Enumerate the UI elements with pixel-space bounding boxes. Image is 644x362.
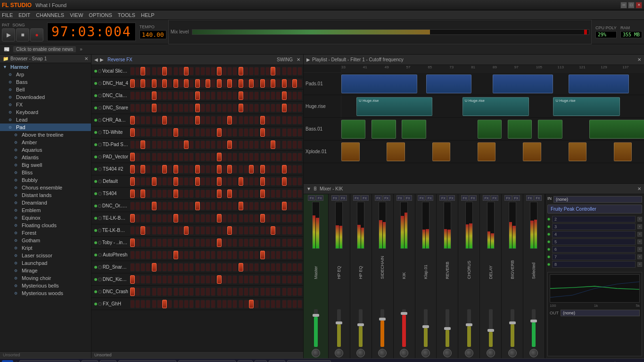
playlist-block[interactable] — [508, 120, 532, 139]
seq-step[interactable] — [222, 263, 227, 272]
taskbar-item[interactable]: 🔴 — [82, 360, 98, 362]
taskbar-item[interactable]: ♠ — [255, 360, 266, 362]
seq-step[interactable] — [184, 128, 189, 137]
seq-step[interactable] — [157, 140, 162, 149]
slot-remove-btn[interactable]: ✕ — [637, 232, 642, 237]
seq-step[interactable] — [227, 202, 232, 210]
seq-step[interactable] — [282, 202, 287, 210]
seq-step[interactable] — [211, 165, 215, 173]
seq-step[interactable] — [152, 300, 157, 308]
mixer-close-btn[interactable]: ✕ — [637, 186, 641, 191]
seq-step[interactable] — [189, 202, 194, 210]
seq-step[interactable] — [292, 189, 297, 198]
seq-step[interactable] — [249, 189, 254, 198]
seq-step[interactable] — [167, 239, 172, 247]
seq-step[interactable] — [260, 189, 265, 198]
playlist-block[interactable] — [402, 120, 426, 139]
seq-step[interactable] — [271, 104, 275, 112]
seq-step[interactable] — [260, 79, 265, 88]
seq-step[interactable] — [232, 226, 237, 235]
pan-knob[interactable] — [529, 349, 538, 357]
seq-step[interactable] — [173, 165, 178, 173]
seq-step[interactable] — [271, 288, 275, 296]
seq-step[interactable] — [271, 79, 275, 88]
seq-step[interactable] — [265, 91, 270, 100]
seq-step[interactable] — [292, 288, 297, 296]
playlist-block[interactable] — [478, 142, 496, 161]
mixer-plugin-slot[interactable]: Fruity Peak Controller — [547, 205, 642, 214]
seq-step[interactable] — [200, 165, 205, 173]
seq-step[interactable] — [249, 177, 254, 186]
menu-item-view[interactable]: VIEW — [70, 12, 83, 18]
seq-step[interactable] — [211, 67, 215, 75]
browser-item-bliss[interactable]: ⚙Bliss — [0, 169, 91, 176]
seq-step[interactable] — [206, 140, 210, 149]
seq-step[interactable] — [292, 140, 297, 149]
seq-step[interactable] — [167, 79, 172, 88]
insert-slot-label[interactable]: 2 — [552, 216, 636, 222]
record-button[interactable]: ● — [30, 28, 43, 41]
seq-step[interactable] — [146, 288, 150, 296]
seq-step[interactable] — [167, 275, 172, 284]
browser-item-chorus-ensemble[interactable]: ⚙Chorus ensemble — [0, 184, 91, 191]
seq-step[interactable] — [152, 79, 157, 88]
insert-slot-label[interactable]: 4 — [552, 231, 636, 238]
mixer-channel[interactable]: FXFXKlap.01 — [415, 194, 437, 358]
seq-step[interactable] — [152, 91, 157, 100]
seq-step[interactable] — [206, 263, 210, 272]
seq-step[interactable] — [184, 67, 189, 75]
seq-step[interactable] — [211, 189, 215, 198]
seq-step[interactable] — [140, 239, 145, 247]
seq-step[interactable] — [217, 128, 222, 137]
seq-step[interactable] — [271, 153, 275, 161]
fx-button[interactable]: FX — [308, 195, 315, 201]
seq-step[interactable] — [162, 239, 167, 247]
fader-knob[interactable] — [422, 325, 429, 328]
seq-mute-btn[interactable] — [98, 180, 102, 183]
seq-step[interactable] — [162, 128, 167, 137]
seq-step[interactable] — [249, 165, 254, 173]
seq-step[interactable] — [184, 153, 189, 161]
fader-knob[interactable] — [336, 321, 342, 324]
seq-step[interactable] — [276, 177, 281, 186]
playlist-block[interactable] — [341, 120, 365, 139]
seq-step[interactable] — [173, 263, 178, 272]
playlist-block[interactable] — [589, 120, 644, 139]
seq-step[interactable] — [265, 226, 270, 235]
seq-step[interactable] — [260, 153, 265, 161]
insert-slot-label[interactable]: 6 — [552, 246, 636, 253]
seq-step[interactable] — [244, 165, 248, 173]
seq-step[interactable] — [179, 140, 183, 149]
seq-step[interactable] — [271, 275, 275, 284]
mixer-channel[interactable]: FXFXSIDECHAIN — [372, 194, 394, 358]
seq-step[interactable] — [179, 128, 183, 137]
playlist-block[interactable] — [614, 142, 632, 161]
seq-step[interactable] — [179, 214, 183, 222]
seq-step[interactable] — [239, 91, 243, 100]
seq-step[interactable] — [206, 226, 210, 235]
seq-step[interactable] — [162, 177, 167, 186]
seq-step[interactable] — [222, 67, 227, 75]
seq-step[interactable] — [239, 79, 243, 88]
browser-item-emblem[interactable]: ⚙Emblem — [0, 206, 91, 214]
seq-step[interactable] — [287, 239, 292, 247]
seq-step[interactable] — [287, 202, 292, 210]
fader-knob[interactable] — [357, 323, 364, 326]
fx-button[interactable]: FX — [447, 195, 455, 201]
seq-step[interactable] — [211, 263, 215, 272]
seq-step[interactable] — [152, 128, 157, 137]
seq-step[interactable] — [130, 153, 135, 161]
playlist-block[interactable] — [341, 74, 417, 93]
seq-step[interactable] — [227, 116, 232, 124]
seq-step[interactable] — [297, 165, 302, 173]
seq-step[interactable] — [146, 300, 150, 308]
seq-step[interactable] — [157, 275, 162, 284]
seq-step[interactable] — [130, 275, 135, 284]
seq-step[interactable] — [282, 251, 287, 259]
seq-step[interactable] — [135, 153, 140, 161]
seq-step[interactable] — [146, 140, 150, 149]
seq-step[interactable] — [292, 214, 297, 222]
seq-step[interactable] — [200, 128, 205, 137]
playlist-block[interactable] — [372, 120, 396, 139]
seq-mute-btn[interactable] — [98, 265, 102, 269]
